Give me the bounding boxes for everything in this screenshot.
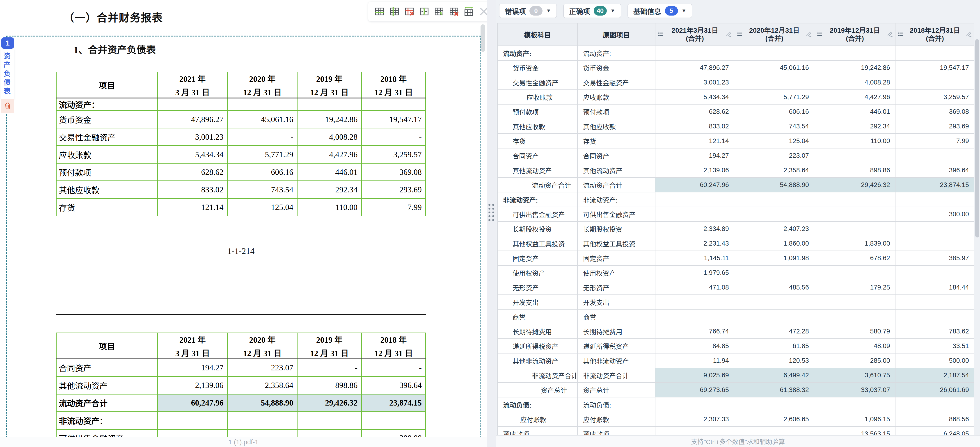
- value-cell[interactable]: 6,499.42: [734, 368, 814, 383]
- template-subject-cell[interactable]: 其他非流动资产: [498, 353, 578, 368]
- template-subject-cell[interactable]: 无形资产: [498, 280, 578, 295]
- filter-button-errors[interactable]: 错误项0▼: [499, 3, 557, 18]
- value-cell[interactable]: 5,434.34: [655, 90, 734, 104]
- value-cell[interactable]: [814, 397, 895, 412]
- value-cell[interactable]: [734, 295, 814, 309]
- value-cell[interactable]: 69,273.65: [655, 383, 734, 397]
- source-item-cell[interactable]: 开发支出: [578, 295, 655, 309]
- value-cell[interactable]: [655, 295, 734, 309]
- value-cell[interactable]: [814, 295, 895, 309]
- template-subject-cell[interactable]: 长期待摊费用: [498, 324, 578, 339]
- value-cell[interactable]: 179.25: [814, 280, 895, 295]
- template-subject-cell[interactable]: 流动资产:: [498, 46, 578, 60]
- source-item-cell[interactable]: 流动资产:: [578, 46, 655, 60]
- value-cell[interactable]: [814, 221, 895, 236]
- source-item-cell[interactable]: 应收账款: [578, 90, 655, 104]
- value-cell[interactable]: 471.08: [655, 280, 734, 295]
- template-subject-cell[interactable]: 资产总计: [498, 383, 578, 397]
- insert-column-icon[interactable]: [389, 6, 400, 17]
- template-subject-cell[interactable]: 使用权资产: [498, 266, 578, 280]
- value-cell[interactable]: [734, 192, 814, 207]
- template-subject-cell[interactable]: 商誉: [498, 309, 578, 324]
- value-cell[interactable]: [895, 309, 974, 324]
- value-cell[interactable]: [814, 207, 895, 221]
- template-subject-cell[interactable]: 流动负债:: [498, 397, 578, 412]
- value-cell[interactable]: 628.62: [655, 104, 734, 119]
- value-cell[interactable]: [895, 295, 974, 309]
- table-tag-index[interactable]: 1: [2, 37, 14, 49]
- value-cell[interactable]: 783.62: [895, 324, 974, 339]
- template-subject-cell[interactable]: 交易性金融资产: [498, 75, 578, 90]
- table-tag-label[interactable]: 资产负债表: [2, 49, 14, 99]
- template-subject-cell[interactable]: 固定资产: [498, 251, 578, 266]
- value-cell[interactable]: 7.99: [895, 134, 974, 148]
- list-icon[interactable]: [816, 30, 823, 39]
- fit-width-icon[interactable]: [463, 6, 474, 17]
- source-item-cell[interactable]: 流动资产合计: [578, 178, 655, 192]
- value-cell[interactable]: 743.54: [734, 119, 814, 134]
- value-cell[interactable]: 1,091.98: [734, 251, 814, 266]
- value-cell[interactable]: 1,839.00: [814, 236, 895, 251]
- select-cell-icon[interactable]: [434, 6, 444, 17]
- value-cell[interactable]: 48.09: [814, 339, 895, 353]
- value-cell[interactable]: 606.16: [734, 104, 814, 119]
- cancel-icon[interactable]: [478, 6, 487, 17]
- value-cell[interactable]: 766.74: [655, 324, 734, 339]
- value-cell[interactable]: [655, 192, 734, 207]
- value-cell[interactable]: 19,242.86: [814, 60, 895, 75]
- value-cell[interactable]: 485.56: [734, 280, 814, 295]
- template-subject-cell[interactable]: 存货: [498, 134, 578, 148]
- template-subject-cell[interactable]: 其他流动资产: [498, 163, 578, 178]
- source-item-cell[interactable]: 其他权益工具投资: [578, 236, 655, 251]
- value-cell[interactable]: 26,061.69: [895, 383, 974, 397]
- list-icon[interactable]: [897, 30, 904, 39]
- value-cell[interactable]: [734, 309, 814, 324]
- value-cell[interactable]: 2,334.89: [655, 221, 734, 236]
- source-item-cell[interactable]: 流动负债:: [578, 397, 655, 412]
- value-cell[interactable]: 61.85: [734, 339, 814, 353]
- value-cell[interactable]: 369.08: [895, 104, 974, 119]
- value-cell[interactable]: 60,247.96: [655, 178, 734, 192]
- source-item-cell[interactable]: 其他流动资产: [578, 163, 655, 178]
- value-cell[interactable]: 2,307.33: [655, 412, 734, 426]
- template-subject-cell[interactable]: 其他权益工具投资: [498, 236, 578, 251]
- value-cell[interactable]: 2,187.54: [895, 368, 974, 383]
- value-cell[interactable]: [895, 397, 974, 412]
- value-cell[interactable]: [655, 309, 734, 324]
- template-subject-cell[interactable]: 流动资产合计: [498, 178, 578, 192]
- right-scrollbar[interactable]: [974, 23, 980, 435]
- value-cell[interactable]: 223.07: [734, 148, 814, 163]
- source-item-cell[interactable]: 非流动资产:: [578, 192, 655, 207]
- value-cell[interactable]: [734, 75, 814, 90]
- value-cell[interactable]: 194.27: [655, 148, 734, 163]
- value-cell[interactable]: 2,231.43: [655, 236, 734, 251]
- pane-divider[interactable]: [487, 0, 496, 447]
- template-subject-cell[interactable]: 应收账款: [498, 90, 578, 104]
- value-cell[interactable]: 396.64: [895, 163, 974, 178]
- source-item-cell[interactable]: 资产总计: [578, 383, 655, 397]
- value-cell[interactable]: 120.53: [734, 353, 814, 368]
- template-subject-cell[interactable]: 非流动资产合计: [498, 368, 578, 383]
- value-cell[interactable]: [734, 266, 814, 280]
- value-cell[interactable]: 285.00: [814, 353, 895, 368]
- list-icon[interactable]: [657, 30, 664, 39]
- template-subject-cell[interactable]: 非流动资产:: [498, 192, 578, 207]
- drag-handle-icon[interactable]: [488, 204, 494, 221]
- value-cell[interactable]: 1,145.11: [655, 251, 734, 266]
- template-subject-cell[interactable]: 合同资产: [498, 148, 578, 163]
- value-cell[interactable]: [895, 46, 974, 60]
- value-cell[interactable]: 1,979.65: [655, 266, 734, 280]
- value-cell[interactable]: [895, 192, 974, 207]
- source-item-cell[interactable]: 存货: [578, 134, 655, 148]
- source-item-cell[interactable]: 长期股权投资: [578, 221, 655, 236]
- source-item-cell[interactable]: 预付款项: [578, 104, 655, 119]
- source-item-cell[interactable]: 使用权资产: [578, 266, 655, 280]
- source-item-cell[interactable]: 交易性金融资产: [578, 75, 655, 90]
- value-cell[interactable]: 23,874.15: [895, 178, 974, 192]
- template-subject-cell[interactable]: 货币资金: [498, 60, 578, 75]
- source-item-cell[interactable]: 应付账款: [578, 412, 655, 426]
- value-cell[interactable]: 500.00: [895, 353, 974, 368]
- value-cell[interactable]: 125.04: [734, 134, 814, 148]
- source-item-cell[interactable]: 无形资产: [578, 280, 655, 295]
- value-cell[interactable]: [895, 236, 974, 251]
